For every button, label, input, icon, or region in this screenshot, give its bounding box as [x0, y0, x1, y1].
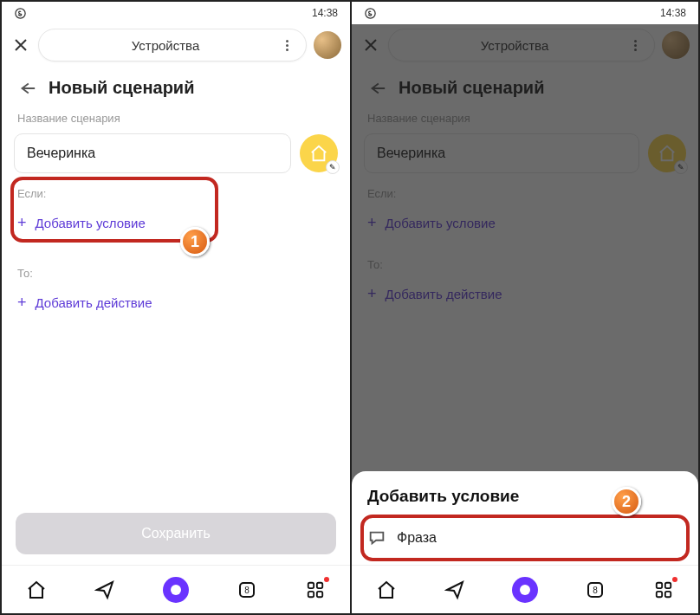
svg-rect-13 [665, 591, 671, 596]
avatar[interactable] [314, 31, 341, 59]
more-icon[interactable] [280, 40, 294, 51]
plus-icon: + [17, 294, 27, 312]
speech-bubble-icon [367, 528, 386, 547]
nav-alice-icon[interactable] [512, 577, 538, 603]
add-condition-label: Добавить условие [36, 216, 146, 230]
nav-counter-icon[interactable]: 8 [584, 579, 606, 601]
bottom-nav: 8 [2, 565, 350, 613]
pencil-icon: ✎ [326, 160, 340, 174]
svg-text:8: 8 [244, 586, 250, 595]
callout-badge-2: 2 [612, 487, 641, 516]
name-label: Название сценария [2, 107, 350, 130]
nav-home-icon[interactable] [25, 579, 48, 601]
bottom-sheet: Добавить условие Фраза 2 [352, 471, 698, 565]
scenario-name-input[interactable]: Вечеринка [14, 133, 291, 173]
svg-rect-10 [657, 582, 662, 587]
svg-rect-6 [317, 591, 322, 596]
nav-services-icon[interactable] [304, 579, 327, 601]
phone-right: 14:38 Устройства Новый сценарий Название… [350, 2, 698, 613]
nav-send-icon[interactable] [94, 579, 116, 601]
phone-left: 14:38 Устройства Новый сценарий Название… [2, 2, 350, 613]
save-button[interactable]: Сохранить [16, 513, 336, 554]
header-title: Устройства [51, 38, 280, 53]
svg-rect-3 [308, 582, 314, 587]
svg-rect-11 [665, 582, 671, 587]
status-bar: 14:38 [2, 2, 350, 24]
if-label: Если: [2, 182, 350, 205]
svg-rect-5 [308, 591, 314, 596]
page-title: Новый сценарий [49, 78, 194, 98]
nav-alice-icon[interactable] [163, 577, 189, 603]
back-arrow-icon[interactable] [17, 79, 36, 98]
svg-text:8: 8 [593, 586, 598, 595]
whatsapp-icon [14, 7, 27, 20]
add-action-button[interactable]: + Добавить действие [2, 285, 350, 320]
callout-badge-1: 1 [180, 227, 210, 256]
close-button[interactable] [10, 35, 31, 55]
nav-home-icon[interactable] [375, 579, 398, 601]
svg-rect-12 [657, 591, 662, 596]
header: Устройства [2, 24, 350, 66]
sheet-option-label: Фраза [397, 530, 437, 546]
whatsapp-icon [364, 7, 377, 20]
page-title-row: Новый сценарий [2, 66, 350, 107]
add-condition-button[interactable]: + Добавить условие [2, 205, 350, 241]
scenario-icon-picker[interactable]: ✎ [300, 134, 338, 172]
status-time: 14:38 [660, 7, 686, 19]
sheet-option-phrase[interactable]: Фраза [367, 518, 683, 558]
plus-icon: + [17, 214, 27, 232]
status-time: 14:38 [312, 7, 338, 19]
svg-rect-4 [317, 582, 322, 587]
nav-services-icon[interactable] [652, 579, 675, 601]
nav-counter-icon[interactable]: 8 [236, 579, 258, 601]
nav-send-icon[interactable] [444, 579, 466, 601]
name-row: Вечеринка ✎ [2, 130, 350, 182]
add-action-label: Добавить действие [36, 295, 152, 310]
status-bar: 14:38 [352, 2, 698, 24]
then-label: То: [2, 262, 350, 285]
header-pill[interactable]: Устройства [38, 29, 307, 62]
bottom-nav: 8 [352, 565, 698, 613]
